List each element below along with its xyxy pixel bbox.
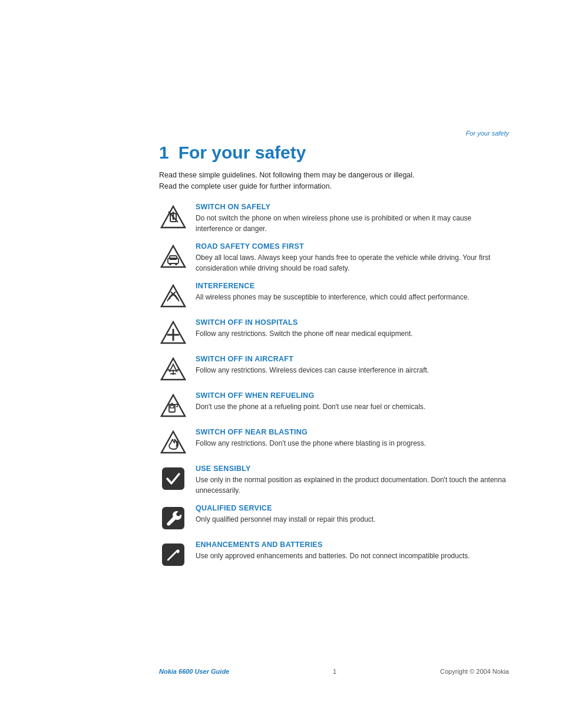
- enhancements-heading: ENHANCEMENTS AND BATTERIES: [196, 541, 470, 549]
- hospitals-heading: SWITCH OFF IN HOSPITALS: [196, 318, 413, 327]
- road-safety-text: ROAD SAFETY COMES FIRST Obey all local l…: [196, 242, 509, 274]
- footer-left: Nokia 6600 User Guide: [159, 668, 229, 675]
- blasting-text: SWITCH OFF NEAR BLASTING Follow any rest…: [196, 428, 426, 449]
- switch-on-safely-icon: [159, 203, 187, 231]
- footer-center: 1: [333, 668, 336, 675]
- page: For your safety 1For your safety Read th…: [0, 0, 562, 728]
- qualified-service-icon: [159, 504, 187, 532]
- svg-rect-20: [170, 406, 174, 408]
- chapter-title: For your safety: [178, 143, 306, 162]
- use-sensibly-text: USE SENSIBLY Use only in the normal posi…: [196, 465, 509, 496]
- qualified-service-heading: QUALIFIED SERVICE: [196, 504, 375, 512]
- blasting-body: Follow any restrictions. Don't use the p…: [196, 438, 426, 449]
- use-sensibly-heading: USE SENSIBLY: [196, 465, 509, 473]
- switch-off-blasting-icon: [159, 428, 187, 456]
- switch-on-safely-heading: SWITCH ON SAFELY: [196, 203, 509, 211]
- qualified-service-body: Only qualified personnel may install or …: [196, 514, 375, 525]
- aircraft-heading: SWITCH OFF IN AIRCRAFT: [196, 355, 429, 363]
- chapter-heading: 1For your safety: [159, 143, 509, 163]
- svg-point-8: [175, 263, 177, 265]
- enhancements-text: ENHANCEMENTS AND BATTERIES Use only appr…: [196, 541, 470, 561]
- road-safety-body: Obey all local laws. Always keep your ha…: [196, 252, 509, 274]
- hospitals-text: SWITCH OFF IN HOSPITALS Follow any restr…: [196, 318, 413, 339]
- footer: Nokia 6600 User Guide 1 Copyright © 2004…: [159, 668, 509, 675]
- switch-on-safely-text: SWITCH ON SAFELY Do not switch the phone…: [196, 203, 509, 234]
- refueling-text: SWITCH OFF WHEN REFUELING Don't use the …: [196, 391, 425, 412]
- safety-item-aircraft: SWITCH OFF IN AIRCRAFT Follow any restri…: [159, 355, 509, 383]
- svg-point-7: [169, 263, 171, 265]
- interference-body: All wireless phones may be susceptible t…: [196, 292, 470, 302]
- safety-item-hospitals: SWITCH OFF IN HOSPITALS Follow any restr…: [159, 318, 509, 347]
- enhancements-body: Use only approved enhancements and batte…: [196, 551, 470, 561]
- svg-marker-9: [161, 285, 185, 307]
- safety-item-interference: INTERFERENCE All wireless phones may be …: [159, 282, 509, 310]
- interference-icon: [159, 282, 187, 310]
- safety-item-road-safety: ROAD SAFETY COMES FIRST Obey all local l…: [159, 242, 509, 274]
- refueling-heading: SWITCH OFF WHEN REFUELING: [196, 391, 425, 400]
- road-safety-icon: [159, 242, 187, 271]
- switch-off-hospitals-icon: [159, 318, 187, 347]
- safety-item-enhancements: ENHANCEMENTS AND BATTERIES Use only appr…: [159, 541, 509, 569]
- switch-on-safely-body: Do not switch the phone on when wireless…: [196, 213, 509, 234]
- content-area: For your safety 1For your safety Read th…: [159, 0, 509, 569]
- use-sensibly-body: Use only in the normal position as expla…: [196, 475, 509, 496]
- svg-marker-15: [161, 358, 185, 380]
- safety-item-qualified-service: QUALIFIED SERVICE Only qualified personn…: [159, 504, 509, 532]
- chapter-number: 1: [159, 143, 169, 162]
- blasting-heading: SWITCH OFF NEAR BLASTING: [196, 428, 426, 436]
- interference-text: INTERFERENCE All wireless phones may be …: [196, 282, 470, 302]
- aircraft-body: Follow any restrictions. Wireless device…: [196, 365, 429, 375]
- interference-heading: INTERFERENCE: [196, 282, 470, 290]
- safety-item-refueling: SWITCH OFF WHEN REFUELING Don't use the …: [159, 391, 509, 420]
- enhancements-batteries-icon: [159, 541, 187, 569]
- aircraft-text: SWITCH OFF IN AIRCRAFT Follow any restri…: [196, 355, 429, 375]
- use-sensibly-icon: [159, 465, 187, 493]
- qualified-service-text: QUALIFIED SERVICE Only qualified personn…: [196, 504, 375, 525]
- page-label: For your safety: [159, 130, 509, 137]
- switch-off-aircraft-icon: [159, 355, 187, 383]
- intro-text: Read these simple guidelines. Not follow…: [159, 170, 509, 192]
- svg-rect-6: [170, 256, 177, 259]
- refueling-body: Don't use the phone at a refueling point…: [196, 401, 425, 412]
- road-safety-heading: ROAD SAFETY COMES FIRST: [196, 242, 509, 251]
- svg-rect-23: [162, 467, 184, 490]
- footer-right: Copyright © 2004 Nokia: [440, 668, 509, 675]
- hospitals-body: Follow any restrictions. Switch the phon…: [196, 328, 413, 339]
- safety-item-blasting: SWITCH OFF NEAR BLASTING Follow any rest…: [159, 428, 509, 456]
- safety-item-use-sensibly: USE SENSIBLY Use only in the normal posi…: [159, 465, 509, 496]
- safety-item-switch-on-safely: SWITCH ON SAFELY Do not switch the phone…: [159, 203, 509, 234]
- switch-off-refueling-icon: [159, 391, 187, 420]
